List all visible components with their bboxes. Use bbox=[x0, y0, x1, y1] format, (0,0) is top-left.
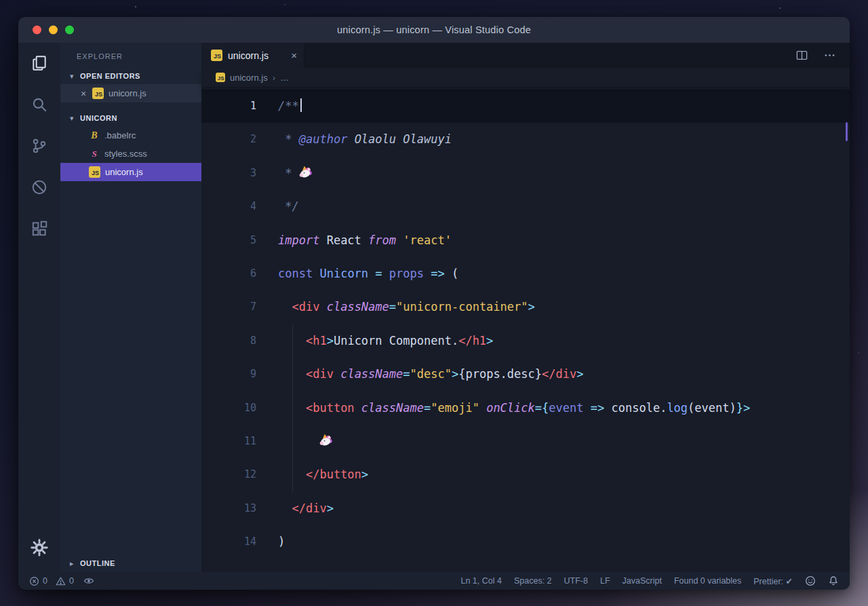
outline-section-header[interactable]: ▸ OUTLINE bbox=[60, 554, 201, 572]
code-line-9[interactable]: 9 <div className="desc">{props.desc}</di… bbox=[201, 358, 850, 391]
notifications-bell-icon[interactable] bbox=[828, 575, 839, 586]
file-item-babelrc[interactable]: B .babelrc bbox=[60, 126, 201, 145]
status-cursor-position[interactable]: Ln 1, Col 4 bbox=[460, 576, 501, 586]
code-token: ) bbox=[278, 535, 285, 548]
line-number: 11 bbox=[201, 425, 256, 458]
sidebar-title: EXPLORER bbox=[60, 43, 201, 60]
breadcrumb-more[interactable]: … bbox=[280, 73, 289, 83]
close-window-button[interactable] bbox=[33, 26, 41, 35]
code-line-3[interactable]: 3 * bbox=[201, 157, 850, 190]
code-line-8[interactable]: 8 <h1>Unicorn Component.</h1> bbox=[201, 324, 850, 358]
close-editor-icon[interactable]: × bbox=[79, 88, 87, 99]
split-editor-icon[interactable] bbox=[795, 49, 808, 62]
close-tab-icon[interactable]: × bbox=[291, 50, 297, 61]
code-line-6[interactable]: 6const Unicorn = props => ( bbox=[201, 257, 850, 290]
code-line-2[interactable]: 2 * @author Olaolu Olawuyi bbox=[201, 123, 850, 156]
breadcrumb-file[interactable]: unicorn.js bbox=[230, 73, 268, 83]
line-number: 14 bbox=[201, 525, 256, 558]
code-token: = bbox=[375, 267, 382, 280]
code-line-10[interactable]: 10 <button className="emoji" onClick={ev… bbox=[201, 392, 850, 425]
status-variables[interactable]: Found 0 variables bbox=[674, 576, 741, 586]
line-number: 12 bbox=[201, 458, 256, 491]
status-right-group: Ln 1, Col 4Spaces: 2UTF-8LFJavaScriptFou… bbox=[460, 575, 839, 586]
folder-name-label: UNICORN bbox=[80, 114, 117, 122]
open-editors-header[interactable]: ▾ OPEN EDITORS bbox=[60, 68, 201, 84]
breadcrumb-separator-icon: › bbox=[273, 73, 275, 83]
code-line-4[interactable]: 4 */ bbox=[201, 190, 850, 223]
code-line-1[interactable]: 1/** bbox=[201, 90, 850, 123]
status-language-mode[interactable]: JavaScript bbox=[623, 576, 662, 586]
open-editors-label: OPEN EDITORS bbox=[80, 72, 140, 80]
file-item-unicorn-js[interactable]: JS unicorn.js bbox=[60, 163, 201, 181]
status-bar: 0 0 Ln 1, Col 4Spaces: 2UTF-8LFJavaScrip… bbox=[18, 572, 850, 590]
code-text: <button className="emoji" onClick={event… bbox=[278, 392, 750, 425]
settings-gear-icon[interactable] bbox=[26, 534, 53, 561]
code-token: console bbox=[611, 401, 660, 415]
code-token bbox=[479, 401, 486, 415]
code-text: ) bbox=[278, 525, 285, 558]
code-token: * bbox=[278, 132, 299, 146]
status-encoding[interactable]: UTF-8 bbox=[564, 576, 588, 586]
code-token: @author bbox=[299, 132, 348, 146]
text-cursor bbox=[300, 98, 302, 112]
feedback-smiley-icon[interactable] bbox=[805, 575, 816, 586]
tab-bar: JS unicorn.js × bbox=[201, 43, 850, 68]
source-control-icon[interactable] bbox=[26, 132, 53, 159]
code-text: </div> bbox=[278, 492, 334, 525]
js-file-icon: JS bbox=[89, 166, 100, 178]
debug-disabled-icon[interactable] bbox=[26, 174, 53, 201]
title-bar: unicorn.js — unicorn — Visual Studio Cod… bbox=[18, 17, 850, 43]
file-name: .babelrc bbox=[104, 130, 136, 140]
code-line-5[interactable]: 5import React from 'react' bbox=[201, 224, 850, 257]
explorer-sidebar: EXPLORER ▾ OPEN EDITORS × JS unicorn.js … bbox=[60, 43, 201, 572]
code-editor[interactable]: 1/**2 * @author Olaolu Olawuyi3 * 4 */5i… bbox=[201, 87, 850, 572]
problems-status[interactable]: 0 0 bbox=[29, 576, 74, 586]
code-token: = bbox=[535, 401, 542, 415]
status-indentation[interactable]: Spaces: 2 bbox=[514, 576, 552, 586]
code-line-12[interactable]: 12 </button> bbox=[201, 458, 850, 491]
code-token: > bbox=[452, 367, 458, 381]
editor-group: JS unicorn.js × bbox=[201, 43, 850, 572]
open-editor-item-unicorn-js[interactable]: × JS unicorn.js bbox=[60, 84, 201, 102]
code-token: {props.desc} bbox=[458, 367, 542, 381]
code-token: Olaolu Olawuyi bbox=[355, 132, 452, 146]
code-token: "emoji" bbox=[431, 401, 479, 415]
code-token bbox=[382, 267, 389, 280]
code-token: <h1 bbox=[306, 334, 327, 347]
more-actions-icon[interactable] bbox=[823, 49, 836, 62]
status-eol[interactable]: LF bbox=[600, 576, 610, 586]
code-token: . bbox=[660, 401, 667, 415]
code-line-13[interactable]: 13 </div> bbox=[201, 492, 850, 525]
status-left-group: 0 0 bbox=[29, 575, 94, 586]
status-prettier[interactable]: Prettier: ✔ bbox=[753, 576, 793, 586]
explorer-icon[interactable] bbox=[26, 50, 53, 77]
file-name: unicorn.js bbox=[105, 167, 143, 177]
tab-unicorn-js[interactable]: JS unicorn.js × bbox=[201, 43, 304, 68]
extensions-icon[interactable] bbox=[26, 215, 53, 242]
line-number: 9 bbox=[201, 358, 256, 391]
code-line-14[interactable]: 14) bbox=[201, 525, 850, 558]
file-item-styles-scss[interactable]: S styles.scss bbox=[60, 145, 201, 163]
code-token: <div bbox=[306, 367, 334, 381]
zoom-window-button[interactable] bbox=[65, 26, 74, 35]
code-line-7[interactable]: 7 <div className="unicorn-container"> bbox=[201, 290, 850, 324]
code-token: => bbox=[591, 401, 604, 415]
line-number: 13 bbox=[201, 492, 256, 525]
code-token: </button bbox=[306, 468, 361, 481]
code-token: > bbox=[486, 334, 493, 347]
folder-section-header[interactable]: ▾ UNICORN bbox=[60, 110, 201, 126]
chevron-right-icon: ▸ bbox=[70, 559, 77, 568]
window-controls bbox=[33, 26, 74, 35]
eye-icon[interactable] bbox=[83, 575, 94, 586]
code-token bbox=[278, 434, 319, 448]
line-number: 1 bbox=[201, 90, 256, 123]
minimize-window-button[interactable] bbox=[49, 26, 58, 35]
code-line-11[interactable]: 11 bbox=[201, 425, 850, 458]
code-token bbox=[347, 132, 354, 146]
code-token: event bbox=[549, 401, 583, 415]
code-token: "unicorn-container" bbox=[396, 300, 528, 314]
code-token: "desc" bbox=[410, 367, 452, 381]
search-icon[interactable] bbox=[26, 91, 53, 118]
code-token: ( bbox=[445, 267, 458, 280]
code-token: { bbox=[542, 401, 549, 415]
